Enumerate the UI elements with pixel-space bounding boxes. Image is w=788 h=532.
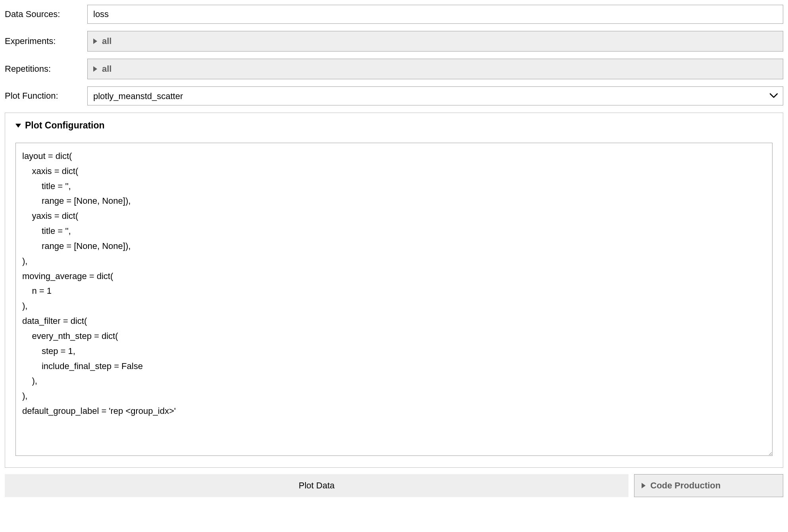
caret-down-icon bbox=[15, 124, 21, 128]
experiments-panel[interactable]: all bbox=[87, 31, 783, 52]
data-sources-input[interactable] bbox=[87, 5, 783, 24]
repetitions-panel[interactable]: all bbox=[87, 59, 783, 79]
caret-right-icon bbox=[642, 483, 646, 488]
plot-configuration-header[interactable]: Plot Configuration bbox=[15, 120, 773, 131]
plot-configuration-section: Plot Configuration bbox=[5, 113, 783, 468]
repetitions-label: Repetitions: bbox=[5, 64, 87, 74]
plot-function-label: Plot Function: bbox=[5, 91, 87, 101]
caret-right-icon bbox=[93, 38, 97, 44]
plot-configuration-code[interactable] bbox=[15, 143, 773, 456]
code-production-panel[interactable]: Code Production bbox=[634, 474, 783, 497]
code-production-label: Code Production bbox=[650, 480, 721, 491]
caret-right-icon bbox=[93, 66, 97, 72]
data-sources-label: Data Sources: bbox=[5, 9, 87, 19]
experiments-value: all bbox=[102, 36, 111, 46]
experiments-label: Experiments: bbox=[5, 36, 87, 46]
repetitions-value: all bbox=[102, 64, 111, 74]
plot-data-button[interactable]: Plot Data bbox=[5, 474, 628, 497]
plot-function-select[interactable]: plotly_meanstd_scatter bbox=[87, 86, 783, 105]
plot-configuration-title: Plot Configuration bbox=[25, 120, 105, 131]
